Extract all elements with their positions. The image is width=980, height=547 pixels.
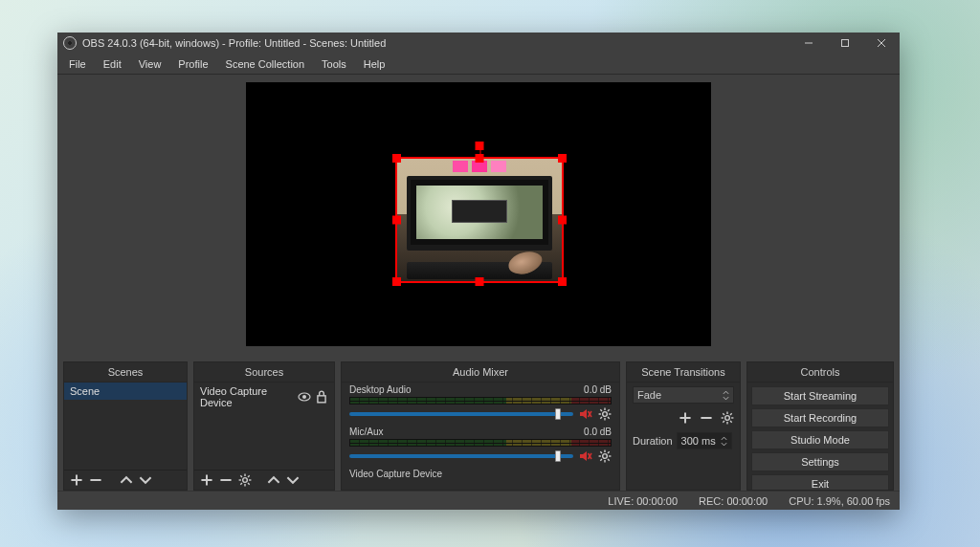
bottom-panels: Scenes Scene Sources Video Capture Devic…	[57, 361, 900, 491]
audio-track-db: 0.0 dB	[584, 427, 612, 437]
window-title: OBS 24.0.3 (64-bit, windows) - Profile: …	[82, 37, 791, 49]
audio-mixer-body[interactable]: Desktop Audio 0.0 dB Mic/Aux 0.0 dB	[342, 383, 619, 490]
resize-handle-s[interactable]	[476, 277, 484, 286]
window-close-button[interactable]	[863, 33, 900, 54]
scene-item[interactable]: Scene	[64, 383, 187, 400]
window-minimize-button[interactable]	[791, 33, 827, 54]
audio-mixer-title: Audio Mixer	[342, 362, 619, 383]
exit-button[interactable]: Exit	[751, 474, 889, 490]
settings-button[interactable]: Settings	[751, 452, 889, 471]
svg-line-54	[723, 413, 724, 415]
start-recording-button[interactable]: Start Recording	[751, 408, 889, 427]
source-visibility-toggle[interactable]	[298, 390, 311, 404]
status-rec: REC: 00:00:00	[699, 495, 768, 507]
resize-handle-ne[interactable]	[558, 154, 567, 163]
status-cpu-fps: CPU: 1.9%, 60.00 fps	[789, 495, 890, 507]
audio-track-capture: Video Capture Device	[342, 467, 619, 485]
svg-line-57	[723, 421, 724, 423]
scenes-list[interactable]: Scene	[64, 383, 187, 470]
menu-help[interactable]: Help	[356, 55, 393, 73]
obs-window: OBS 24.0.3 (64-bit, windows) - Profile: …	[57, 33, 900, 510]
sources-move-down-button[interactable]	[286, 473, 300, 487]
statusbar: LIVE: 00:00:00 REC: 00:00:00 CPU: 1.9%, …	[57, 491, 900, 510]
track-settings-button[interactable]	[598, 407, 612, 421]
sources-remove-button[interactable]	[219, 473, 233, 487]
mute-button[interactable]	[579, 449, 592, 463]
transition-settings-button[interactable]	[721, 411, 734, 425]
svg-rect-1	[842, 40, 849, 47]
menubar: File Edit View Profile Scene Collection …	[57, 54, 900, 75]
track-settings-button[interactable]	[598, 449, 612, 463]
source-item[interactable]: Video Capture Device	[194, 383, 334, 411]
svg-line-19	[248, 483, 250, 485]
spinner-arrows-icon[interactable]	[721, 436, 727, 447]
scenes-panel: Scenes Scene	[63, 361, 188, 491]
svg-line-43	[608, 459, 610, 461]
window-maximize-button[interactable]	[827, 33, 863, 54]
sources-properties-button[interactable]	[238, 473, 252, 487]
scene-transitions-title: Scene Transitions	[627, 362, 740, 383]
titlebar[interactable]: OBS 24.0.3 (64-bit, windows) - Profile: …	[57, 33, 900, 54]
sticky-note-icon	[491, 161, 506, 172]
scenes-remove-button[interactable]	[89, 473, 102, 487]
svg-point-49	[725, 416, 730, 421]
volume-slider[interactable]	[349, 454, 573, 458]
scenes-add-button[interactable]	[70, 473, 83, 487]
scene-transitions-body: Fade Duration 300 ms	[627, 383, 740, 490]
sources-panel-title: Sources	[194, 362, 334, 383]
resize-handle-w[interactable]	[392, 216, 401, 225]
svg-line-44	[608, 451, 610, 453]
source-lock-toggle[interactable]	[315, 390, 328, 404]
volume-slider[interactable]	[349, 412, 573, 416]
controls-panel-title: Controls	[747, 362, 893, 383]
transition-select[interactable]: Fade	[633, 386, 734, 404]
monitor-in-feed	[407, 176, 552, 251]
resize-handle-nw[interactable]	[392, 154, 401, 163]
sources-list[interactable]: Video Capture Device	[194, 383, 334, 470]
resize-handle-sw[interactable]	[392, 277, 401, 286]
svg-line-45	[600, 459, 602, 461]
sticky-note-icon	[453, 161, 468, 172]
sources-move-up-button[interactable]	[267, 473, 280, 487]
transition-duration-value: 300 ms	[681, 435, 716, 447]
rotate-handle[interactable]	[476, 142, 484, 150]
audio-track-db: 0.0 dB	[584, 384, 612, 395]
svg-line-30	[600, 409, 602, 411]
svg-point-13	[243, 478, 248, 483]
svg-line-42	[600, 451, 602, 453]
svg-point-8	[302, 395, 306, 399]
menu-file[interactable]: File	[61, 55, 94, 73]
svg-point-37	[603, 454, 608, 459]
sources-add-button[interactable]	[200, 473, 213, 487]
resize-handle-se[interactable]	[558, 277, 567, 286]
menu-scene-collection[interactable]: Scene Collection	[218, 55, 313, 73]
resize-handle-e[interactable]	[558, 216, 567, 225]
audio-track-name: Mic/Aux	[349, 427, 384, 437]
svg-line-20	[248, 475, 250, 477]
svg-line-21	[240, 483, 242, 485]
start-streaming-button[interactable]: Start Streaming	[751, 386, 889, 405]
menu-profile[interactable]: Profile	[170, 55, 215, 73]
transition-remove-button[interactable]	[700, 411, 713, 425]
transition-duration-label: Duration	[633, 435, 673, 447]
selected-source-bounds[interactable]	[395, 157, 564, 283]
menu-tools[interactable]: Tools	[314, 55, 354, 73]
audio-track-name: Video Capture Device	[349, 469, 442, 479]
transition-duration-input[interactable]: 300 ms	[677, 432, 732, 449]
audio-track-desktop: Desktop Audio 0.0 dB	[342, 383, 619, 425]
transition-add-button[interactable]	[679, 411, 692, 425]
resize-handle-n[interactable]	[476, 154, 484, 163]
studio-mode-button[interactable]: Studio Mode	[751, 430, 889, 449]
scenes-move-up-button[interactable]	[120, 473, 133, 487]
mute-button[interactable]	[579, 407, 592, 421]
preview-canvas[interactable]	[246, 82, 711, 346]
scenes-toolbar	[64, 470, 187, 490]
audio-meter	[349, 397, 612, 405]
menu-edit[interactable]: Edit	[96, 55, 129, 73]
preview-area[interactable]	[57, 75, 900, 361]
scenes-move-down-button[interactable]	[139, 473, 152, 487]
dropdown-arrows-icon	[723, 390, 729, 401]
svg-line-31	[608, 417, 610, 419]
svg-line-56	[730, 413, 732, 415]
menu-view[interactable]: View	[131, 55, 169, 73]
